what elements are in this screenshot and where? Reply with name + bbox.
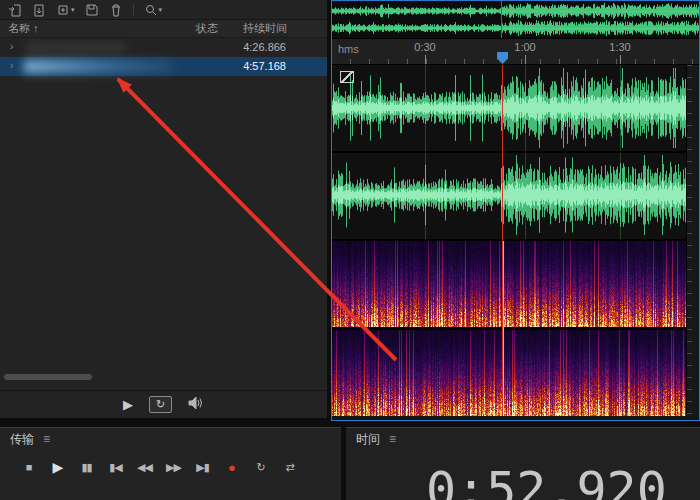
search-button[interactable]: ▾ bbox=[144, 3, 163, 17]
overview-waveform[interactable] bbox=[332, 1, 699, 38]
amplitude-ruler bbox=[686, 65, 699, 416]
waveform-display[interactable] bbox=[332, 65, 686, 239]
file-duration: 4:26.866 bbox=[226, 41, 286, 53]
waveform-editor-panel: hms 0:30 1:00 1:30 bbox=[331, 0, 700, 421]
transport-controls: ■ ▶ ▮▮ ▮◀ ◀◀ ▶▶ ▶▮ ● ↻ ⇄ bbox=[0, 459, 341, 475]
new-content-button[interactable]: ▾ bbox=[56, 3, 75, 17]
ruler-minor-ticks bbox=[332, 59, 699, 64]
file-row[interactable]: › 4:26.866 bbox=[0, 38, 327, 57]
skim-button[interactable]: ⇄ bbox=[275, 461, 304, 474]
column-header-name[interactable]: 名称 ↑ bbox=[8, 21, 39, 36]
panel-menu-icon[interactable]: ≡ bbox=[43, 432, 50, 446]
column-header-status[interactable]: 状态 bbox=[196, 21, 218, 36]
playhead-line bbox=[502, 65, 503, 416]
ruler-major-tick bbox=[525, 55, 526, 64]
record-button[interactable]: ● bbox=[217, 460, 246, 475]
expand-chevron-icon[interactable]: › bbox=[10, 41, 13, 52]
fast-forward-button[interactable]: ▶▶ bbox=[159, 461, 188, 474]
tick-label: 1:30 bbox=[605, 41, 635, 53]
files-footer: ▶ ↻ bbox=[0, 390, 327, 418]
import-and-open-button[interactable] bbox=[32, 3, 46, 17]
save-button[interactable] bbox=[85, 3, 99, 17]
chevron-down-icon: ▾ bbox=[159, 6, 163, 13]
ruler-unit-label: hms bbox=[338, 43, 359, 55]
tick-label: 0:30 bbox=[410, 41, 440, 53]
tick-label: 1:00 bbox=[510, 41, 540, 53]
column-header-duration[interactable]: 持续时间 bbox=[243, 21, 287, 36]
time-panel-tab[interactable]: 时间 bbox=[356, 431, 380, 448]
channel-mode-icon[interactable] bbox=[340, 71, 354, 83]
play-button[interactable]: ▶ bbox=[43, 459, 72, 475]
transport-panel-tab[interactable]: 传输 bbox=[10, 431, 34, 448]
skip-to-end-button[interactable]: ▶▮ bbox=[188, 461, 217, 474]
sort-ascending-icon: ↑ bbox=[33, 22, 39, 34]
waveform-display-area[interactable] bbox=[332, 65, 686, 239]
overview-navigator[interactable] bbox=[332, 1, 699, 39]
file-duration: 4:57.168 bbox=[226, 60, 286, 72]
file-name-redacted bbox=[26, 43, 126, 52]
skip-to-start-button[interactable]: ▮◀ bbox=[101, 461, 130, 474]
horizontal-scrollbar[interactable] bbox=[0, 372, 327, 382]
expand-chevron-icon[interactable]: › bbox=[10, 60, 13, 71]
import-file-button[interactable] bbox=[8, 3, 22, 17]
rewind-button[interactable]: ◀◀ bbox=[130, 461, 159, 474]
files-column-headers: 名称 ↑ 状态 持续时间 bbox=[0, 20, 327, 38]
transport-panel: 传输 ≡ ■ ▶ ▮▮ ▮◀ ◀◀ ▶▶ ▶▮ ● ↻ ⇄ bbox=[0, 427, 341, 500]
timeline-ruler[interactable]: hms 0:30 1:00 1:30 bbox=[332, 39, 699, 65]
files-panel: ▾ ▾ 名称 ↑ 状态 持续时间 › 4:26.866 › 4:57.168 bbox=[0, 0, 327, 418]
ruler-major-tick bbox=[620, 55, 621, 64]
spectrogram-display-area[interactable] bbox=[332, 241, 686, 416]
loop-playback-button[interactable]: ↻ bbox=[246, 461, 275, 474]
time-display[interactable]: 0:52.920 bbox=[426, 461, 667, 500]
auto-play-speaker-icon[interactable] bbox=[188, 396, 204, 414]
time-panel: 时间 ≡ 0:52.920 bbox=[346, 427, 700, 500]
toolbar-divider bbox=[133, 4, 134, 16]
ruler-major-tick bbox=[425, 55, 426, 64]
files-toolbar: ▾ ▾ bbox=[0, 0, 327, 20]
stop-button[interactable]: ■ bbox=[14, 461, 43, 473]
chevron-down-icon: ▾ bbox=[71, 6, 75, 13]
pause-button[interactable]: ▮▮ bbox=[72, 461, 101, 474]
file-row-selected[interactable]: › 4:57.168 bbox=[0, 57, 327, 76]
spectrogram-display[interactable] bbox=[332, 241, 686, 416]
delete-button[interactable] bbox=[109, 3, 123, 17]
loop-preview-button[interactable]: ↻ bbox=[149, 396, 172, 413]
panel-menu-icon[interactable]: ≡ bbox=[389, 432, 396, 446]
file-name-redacted bbox=[24, 60, 174, 73]
preview-play-button[interactable]: ▶ bbox=[123, 397, 133, 412]
scrollbar-thumb[interactable] bbox=[4, 374, 92, 380]
